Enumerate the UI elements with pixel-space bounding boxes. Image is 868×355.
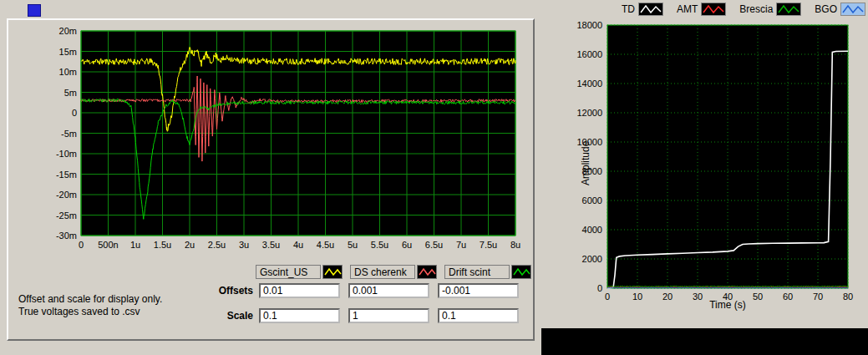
info-text-line1: Offset and scale for display only. <box>18 293 162 305</box>
svg-text:-15m: -15m <box>56 170 77 180</box>
svg-text:1.5u: 1.5u <box>154 240 171 250</box>
svg-text:500n: 500n <box>98 240 118 250</box>
offset-input-1[interactable] <box>348 283 429 298</box>
svg-text:-10m: -10m <box>56 149 77 159</box>
svg-text:20m: 20m <box>59 26 77 36</box>
strip-chart: 0102030405060708002000400060008000100001… <box>543 5 868 329</box>
scale-input-2[interactable] <box>438 308 519 323</box>
svg-text:0: 0 <box>605 292 610 302</box>
legend-label: Drift scint <box>444 265 510 279</box>
scale-input-1[interactable] <box>348 308 429 323</box>
svg-text:80: 80 <box>843 292 853 302</box>
svg-text:0: 0 <box>72 108 77 118</box>
svg-text:7u: 7u <box>456 240 466 250</box>
svg-text:4000: 4000 <box>582 225 602 235</box>
scale-input-0[interactable] <box>259 308 340 323</box>
svg-text:4u: 4u <box>293 240 303 250</box>
svg-text:5u: 5u <box>348 240 358 250</box>
svg-text:14000: 14000 <box>576 79 602 89</box>
svg-text:-30m: -30m <box>56 231 77 241</box>
offsets-label: Offsets <box>180 285 253 297</box>
legend-item-gscint-us[interactable]: Gscint_US <box>256 265 343 279</box>
plot-glyph-icon[interactable] <box>511 265 531 279</box>
svg-text:70: 70 <box>813 292 823 302</box>
svg-text:2000: 2000 <box>582 254 602 264</box>
waveform-legend: Gscint_US DS cherenk Drift scint <box>256 265 531 279</box>
legend-label: Gscint_US <box>256 265 321 279</box>
svg-text:3.5u: 3.5u <box>262 240 280 250</box>
svg-text:10m: 10m <box>59 67 77 77</box>
waveform-graph: 0500n1u1.5u2u2.5u3u3.5u4u4.5u5u5.5u6u6.5… <box>12 25 528 259</box>
svg-text:-5m: -5m <box>61 129 77 139</box>
svg-text:5m: 5m <box>64 88 77 98</box>
legend-item-ds-cherenk[interactable]: DS cherenk <box>350 265 437 279</box>
svg-text:15m: 15m <box>59 47 77 57</box>
y-axis-title: Amplitude <box>580 141 591 185</box>
svg-text:2.5u: 2.5u <box>208 240 226 250</box>
legend-label: DS cherenk <box>350 265 415 279</box>
svg-text:6000: 6000 <box>582 195 602 205</box>
info-text-line2: True voltages saved to .csv <box>18 306 140 317</box>
plot-glyph-icon[interactable] <box>417 265 437 279</box>
svg-text:4.5u: 4.5u <box>317 240 334 250</box>
svg-text:0: 0 <box>597 283 602 293</box>
plot-glyph-icon[interactable] <box>322 265 343 279</box>
svg-text:6u: 6u <box>402 240 412 250</box>
svg-text:7.5u: 7.5u <box>480 240 497 250</box>
waveform-panel: 0500n1u1.5u2u2.5u3u3.5u4u4.5u5u5.5u6u6.5… <box>7 18 535 341</box>
svg-text:8u: 8u <box>510 240 520 250</box>
svg-text:12000: 12000 <box>576 108 602 118</box>
svg-text:2u: 2u <box>185 240 195 250</box>
svg-text:3u: 3u <box>239 240 249 250</box>
svg-text:16000: 16000 <box>576 49 602 59</box>
svg-text:1u: 1u <box>130 240 140 250</box>
svg-text:10: 10 <box>632 292 642 302</box>
svg-text:-20m: -20m <box>56 190 77 200</box>
x-axis-title: Time (s) <box>685 299 770 311</box>
app-icon <box>28 4 41 17</box>
svg-text:60: 60 <box>783 292 793 302</box>
svg-text:6.5u: 6.5u <box>425 240 443 250</box>
svg-text:-25m: -25m <box>56 210 77 221</box>
labview-front-panel: 0500n1u1.5u2u2.5u3u3.5u4u4.5u5u5.5u6u6.5… <box>0 0 868 355</box>
offset-input-2[interactable] <box>438 283 519 298</box>
svg-text:20: 20 <box>662 292 673 302</box>
svg-text:0: 0 <box>79 240 84 250</box>
offset-input-0[interactable] <box>259 283 340 298</box>
svg-text:18000: 18000 <box>576 20 602 30</box>
svg-text:5.5u: 5.5u <box>371 240 388 250</box>
legend-item-drift-scint[interactable]: Drift scint <box>444 265 531 279</box>
scale-label: Scale <box>180 310 253 322</box>
